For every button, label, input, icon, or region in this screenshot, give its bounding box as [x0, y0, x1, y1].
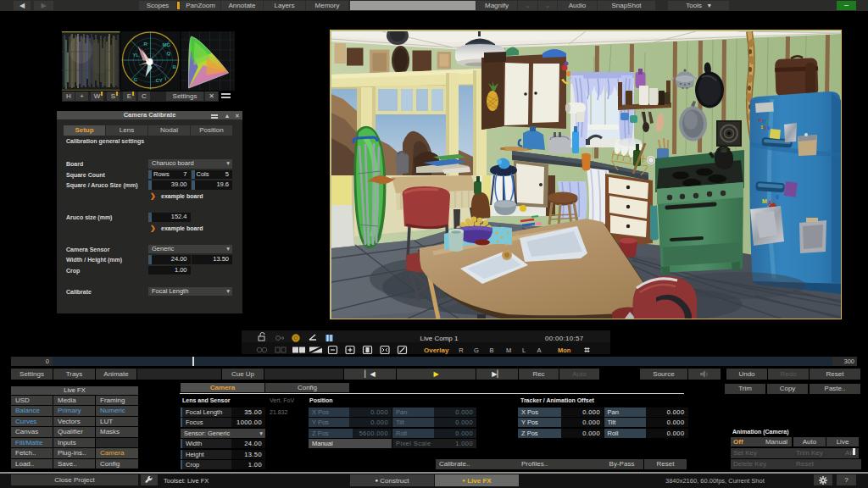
svg-text:M: M	[762, 198, 767, 204]
svg-text:A: A	[537, 347, 541, 354]
svg-text:Mon: Mon	[558, 347, 571, 354]
svg-text:Live Comp 1: Live Comp 1	[420, 335, 459, 342]
svg-text:L: L	[522, 347, 526, 354]
svg-text:G: G	[474, 347, 479, 354]
svg-text:R: R	[144, 42, 148, 47]
svg-text:B: B	[489, 347, 493, 354]
svg-text:Q: Q	[167, 51, 171, 56]
svg-text:YL: YL	[133, 53, 140, 58]
svg-text:G: G	[134, 77, 138, 82]
svg-text:R: R	[459, 347, 464, 354]
svg-text:M: M	[506, 347, 511, 354]
svg-text:Overlay: Overlay	[424, 347, 449, 354]
svg-text:S: S	[765, 119, 769, 125]
svg-text:CY: CY	[156, 78, 163, 83]
svg-text:MG: MG	[163, 42, 171, 47]
svg-text:00:00:10:57: 00:00:10:57	[545, 335, 584, 342]
svg-text:6: 6	[776, 194, 779, 200]
svg-text:B: B	[173, 64, 177, 69]
